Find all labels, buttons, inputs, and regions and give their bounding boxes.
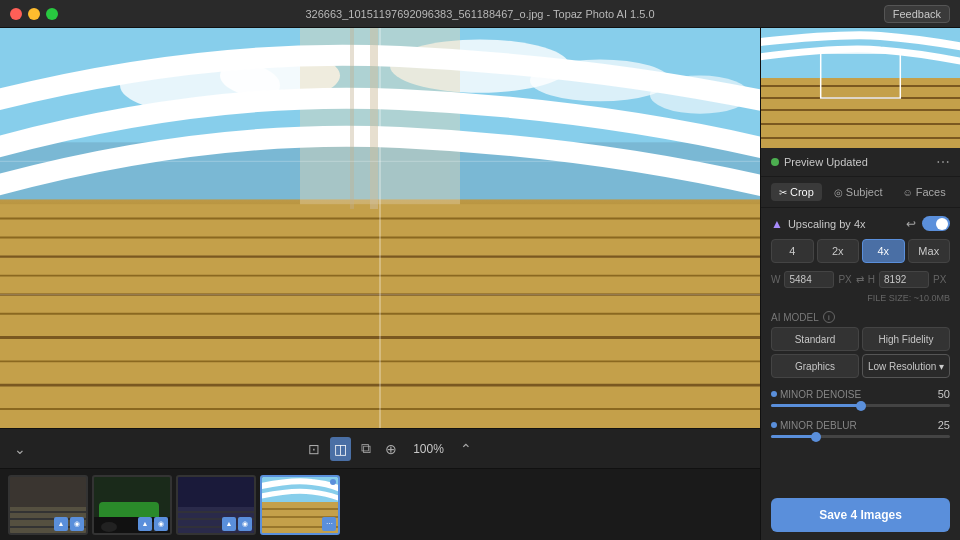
ai-model-info-icon[interactable]: i	[823, 311, 835, 323]
minimize-button[interactable]	[28, 8, 40, 20]
denoise-dot	[771, 391, 777, 397]
bottom-toolbar: ⌄ ⊡ ◫ ⧉ ⊕ 100% ⌃	[0, 428, 760, 468]
film-badge-2: ◉	[70, 517, 84, 531]
film-badge-1: ▲	[54, 517, 68, 531]
denoise-thumb[interactable]	[856, 401, 866, 411]
film-overlay-4: ⋯	[322, 517, 336, 531]
film-item-2[interactable]: ▲ ◉	[92, 475, 172, 535]
scale-4-button[interactable]: 4	[771, 239, 814, 263]
toolbar-center: ⊡ ◫ ⧉ ⊕ 100% ⌃	[304, 436, 476, 461]
height-input[interactable]	[879, 271, 929, 288]
upscaling-label: Upscaling by 4x	[788, 218, 866, 230]
save-section: Save 4 Images	[761, 490, 960, 540]
crop-icon: ✂	[779, 187, 787, 198]
deblur-track[interactable]	[771, 435, 950, 438]
crop-view-button[interactable]: ⊡	[304, 437, 324, 461]
status-left: Preview Updated	[771, 156, 868, 168]
film-badge-3: ▲	[138, 517, 152, 531]
titlebar: 326663_1015119769209638​3_561188467_o.jp…	[0, 0, 960, 28]
upscaling-title: ▲ Upscaling by 4x	[771, 217, 866, 231]
maximize-button[interactable]	[46, 8, 58, 20]
ai-model-label: AI MODEL i	[761, 307, 960, 327]
split-button[interactable]: ⧉	[357, 436, 375, 461]
scale-max-button[interactable]: Max	[908, 239, 951, 263]
film-item-4[interactable]: ⋯	[260, 475, 340, 535]
svg-rect-20	[350, 28, 354, 209]
denoise-slider-row: MINOR DENOISE 50	[761, 384, 960, 415]
expand-button[interactable]: ⌄	[10, 437, 30, 461]
deblur-dot	[771, 422, 777, 428]
tab-crop[interactable]: ✂ Crop	[771, 183, 822, 201]
upscaling-controls: ↩	[906, 216, 950, 231]
status-text: Preview Updated	[784, 156, 868, 168]
close-button[interactable]	[10, 8, 22, 20]
denoise-label-row: MINOR DENOISE 50	[771, 388, 950, 400]
more-options-button[interactable]: ⋯	[936, 154, 950, 170]
file-size-label: FILE SIZE: ~10.0MB	[867, 293, 950, 303]
image-container[interactable]	[0, 28, 760, 428]
thumb-image	[761, 28, 960, 148]
denoise-value: 50	[938, 388, 950, 400]
film-badge-6: ◉	[238, 517, 252, 531]
film-badge-7: ⋯	[322, 517, 336, 531]
denoise-track[interactable]	[771, 404, 950, 407]
zoom-button[interactable]: ⊕	[381, 437, 401, 461]
tool-tabs: ✂ Crop ◎ Subject ☺ Faces	[761, 177, 960, 208]
status-indicator	[771, 158, 779, 166]
subject-icon: ◎	[834, 187, 843, 198]
upscaling-toggle[interactable]	[922, 216, 950, 231]
compare-button[interactable]: ◫	[330, 437, 351, 461]
svg-rect-19	[370, 28, 378, 209]
window-controls	[10, 8, 58, 20]
right-panel: Preview Updated ⋯ ✂ Crop ◎ Subject ☺ Fac…	[760, 28, 960, 540]
height-unit: PX	[933, 274, 946, 285]
dimensions-row: W PX ⇄ H PX	[761, 267, 960, 292]
model-high-fidelity-button[interactable]: High Fidelity	[862, 327, 950, 351]
model-low-resolution-button[interactable]: Low Resolution ▾	[862, 354, 950, 378]
feedback-button[interactable]: Feedback	[884, 5, 950, 23]
width-label: W	[771, 274, 780, 285]
width-input[interactable]	[784, 271, 834, 288]
dimension-separator: ⇄	[856, 274, 864, 285]
film-item-3[interactable]: ▲ ◉	[176, 475, 256, 535]
denoise-fill	[771, 404, 861, 407]
canvas-area: ⌄ ⊡ ◫ ⧉ ⊕ 100% ⌃	[0, 28, 760, 540]
denoise-label: MINOR DENOISE	[771, 389, 861, 400]
model-standard-button[interactable]: Standard	[771, 327, 859, 351]
model-grid: Standard High Fidelity Graphics Low Reso…	[761, 327, 960, 384]
scale-4x-button[interactable]: 4x	[862, 239, 905, 263]
film-badge-5: ▲	[222, 517, 236, 531]
deblur-fill	[771, 435, 816, 438]
undo-button[interactable]: ↩	[906, 217, 916, 231]
tab-faces[interactable]: ☺ Faces	[895, 183, 954, 201]
deblur-thumb[interactable]	[811, 432, 821, 442]
upscale-icon: ▲	[771, 217, 783, 231]
save-button[interactable]: Save 4 Images	[771, 498, 950, 532]
status-row: Preview Updated ⋯	[761, 148, 960, 177]
scale-2x-button[interactable]: 2x	[817, 239, 860, 263]
film-overlay-3: ▲ ◉	[222, 517, 252, 531]
thumb-svg	[761, 28, 960, 148]
upscaling-header: ▲ Upscaling by 4x ↩	[761, 208, 960, 235]
film-badge-4: ◉	[154, 517, 168, 531]
model-graphics-button[interactable]: Graphics	[771, 354, 859, 378]
height-label: H	[868, 274, 875, 285]
filmstrip: ▲ ◉ ▲ ◉	[0, 468, 760, 540]
deblur-label-row: MINOR DEBLUR 25	[771, 419, 950, 431]
faces-icon: ☺	[903, 187, 913, 198]
file-size-row: FILE SIZE: ~10.0MB	[761, 292, 960, 307]
scale-buttons: 4 2x 4x Max	[761, 235, 960, 267]
deblur-value: 25	[938, 419, 950, 431]
main-content: ⌄ ⊡ ◫ ⧉ ⊕ 100% ⌃	[0, 28, 960, 540]
window-title: 326663_1015119769209638​3_561188467_o.jp…	[305, 8, 654, 20]
thumbnail-preview	[761, 28, 960, 148]
toolbar-left: ⌄	[10, 437, 30, 461]
zoom-chevron[interactable]: ⌃	[456, 437, 476, 461]
photo-background	[0, 28, 760, 428]
svg-point-32	[101, 522, 117, 532]
film-overlay-1: ▲ ◉	[54, 517, 84, 531]
tab-subject[interactable]: ◎ Subject	[826, 183, 891, 201]
film-item-1[interactable]: ▲ ◉	[8, 475, 88, 535]
width-unit: PX	[838, 274, 851, 285]
film-active-dot	[330, 479, 336, 485]
